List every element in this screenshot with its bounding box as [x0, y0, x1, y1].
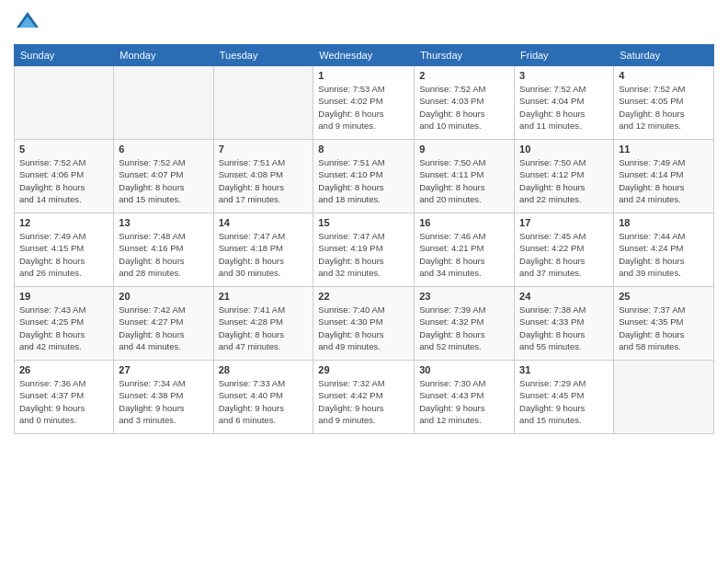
day-number: 8	[318, 144, 409, 155]
day-number: 7	[219, 144, 309, 155]
day-info: Sunrise: 7:53 AM Sunset: 4:02 PM Dayligh…	[318, 83, 409, 132]
day-number: 20	[119, 291, 208, 302]
calendar-week-3: 12Sunrise: 7:49 AM Sunset: 4:15 PM Dayli…	[15, 213, 714, 287]
calendar-cell: 14Sunrise: 7:47 AM Sunset: 4:18 PM Dayli…	[213, 213, 313, 287]
calendar-cell: 17Sunrise: 7:45 AM Sunset: 4:22 PM Dayli…	[515, 213, 614, 287]
day-info: Sunrise: 7:37 AM Sunset: 4:35 PM Dayligh…	[619, 304, 709, 352]
day-number: 25	[619, 291, 709, 302]
calendar-cell	[15, 66, 114, 140]
day-info: Sunrise: 7:52 AM Sunset: 4:05 PM Dayligh…	[619, 83, 709, 132]
calendar-cell: 3Sunrise: 7:52 AM Sunset: 4:04 PM Daylig…	[515, 66, 614, 140]
weekday-header-sunday: Sunday	[15, 45, 114, 66]
day-number: 11	[619, 144, 709, 155]
day-number: 12	[19, 217, 108, 228]
day-number: 28	[219, 364, 309, 375]
day-info: Sunrise: 7:34 AM Sunset: 4:38 PM Dayligh…	[119, 377, 208, 426]
day-info: Sunrise: 7:51 AM Sunset: 4:08 PM Dayligh…	[219, 156, 309, 205]
calendar-cell: 24Sunrise: 7:38 AM Sunset: 4:33 PM Dayli…	[515, 287, 614, 361]
day-number: 18	[619, 217, 709, 228]
day-info: Sunrise: 7:30 AM Sunset: 4:43 PM Dayligh…	[419, 377, 509, 426]
weekday-header-friday: Friday	[515, 45, 614, 66]
calendar-cell: 21Sunrise: 7:41 AM Sunset: 4:28 PM Dayli…	[213, 287, 313, 361]
day-number: 17	[519, 217, 609, 228]
calendar-cell: 8Sunrise: 7:51 AM Sunset: 4:10 PM Daylig…	[313, 140, 415, 213]
day-number: 30	[419, 364, 509, 375]
day-info: Sunrise: 7:44 AM Sunset: 4:24 PM Dayligh…	[619, 230, 709, 279]
logo	[14, 9, 45, 37]
day-number: 9	[419, 144, 509, 155]
weekday-header-tuesday: Tuesday	[213, 45, 313, 66]
day-number: 10	[519, 144, 609, 155]
calendar-cell: 9Sunrise: 7:50 AM Sunset: 4:11 PM Daylig…	[415, 140, 515, 213]
calendar-cell: 4Sunrise: 7:52 AM Sunset: 4:05 PM Daylig…	[614, 66, 714, 140]
weekday-header-wednesday: Wednesday	[313, 45, 415, 66]
calendar-cell: 12Sunrise: 7:49 AM Sunset: 4:15 PM Dayli…	[15, 213, 114, 287]
day-info: Sunrise: 7:43 AM Sunset: 4:25 PM Dayligh…	[19, 304, 108, 352]
calendar-cell: 31Sunrise: 7:29 AM Sunset: 4:45 PM Dayli…	[515, 361, 614, 434]
calendar-cell: 28Sunrise: 7:33 AM Sunset: 4:40 PM Dayli…	[213, 361, 313, 434]
calendar-week-2: 5Sunrise: 7:52 AM Sunset: 4:06 PM Daylig…	[15, 140, 714, 213]
day-info: Sunrise: 7:42 AM Sunset: 4:27 PM Dayligh…	[119, 304, 208, 352]
calendar-cell: 26Sunrise: 7:36 AM Sunset: 4:37 PM Dayli…	[15, 361, 114, 434]
calendar-cell: 2Sunrise: 7:52 AM Sunset: 4:03 PM Daylig…	[415, 66, 515, 140]
calendar-cell: 16Sunrise: 7:46 AM Sunset: 4:21 PM Dayli…	[415, 213, 515, 287]
calendar-cell: 23Sunrise: 7:39 AM Sunset: 4:32 PM Dayli…	[415, 287, 515, 361]
day-info: Sunrise: 7:38 AM Sunset: 4:33 PM Dayligh…	[519, 304, 609, 352]
day-info: Sunrise: 7:49 AM Sunset: 4:15 PM Dayligh…	[19, 230, 108, 279]
day-number: 3	[519, 70, 609, 81]
weekday-header-thursday: Thursday	[415, 45, 515, 66]
header	[14, 9, 714, 37]
day-info: Sunrise: 7:32 AM Sunset: 4:42 PM Dayligh…	[318, 377, 409, 426]
calendar-cell: 11Sunrise: 7:49 AM Sunset: 4:14 PM Dayli…	[614, 140, 714, 213]
logo-icon	[14, 9, 41, 37]
calendar-cell: 15Sunrise: 7:47 AM Sunset: 4:19 PM Dayli…	[313, 213, 415, 287]
day-number: 31	[519, 364, 609, 375]
day-info: Sunrise: 7:52 AM Sunset: 4:07 PM Dayligh…	[119, 156, 208, 205]
day-number: 16	[419, 217, 509, 228]
day-number: 2	[419, 70, 509, 81]
calendar-cell: 6Sunrise: 7:52 AM Sunset: 4:07 PM Daylig…	[114, 140, 213, 213]
day-info: Sunrise: 7:49 AM Sunset: 4:14 PM Dayligh…	[619, 156, 709, 205]
day-number: 1	[318, 70, 409, 81]
day-info: Sunrise: 7:46 AM Sunset: 4:21 PM Dayligh…	[419, 230, 509, 279]
day-number: 26	[19, 364, 108, 375]
day-number: 21	[219, 291, 309, 302]
day-info: Sunrise: 7:50 AM Sunset: 4:12 PM Dayligh…	[519, 156, 609, 205]
calendar-cell: 18Sunrise: 7:44 AM Sunset: 4:24 PM Dayli…	[614, 213, 714, 287]
page: SundayMondayTuesdayWednesdayThursdayFrid…	[0, 0, 728, 563]
calendar-cell: 20Sunrise: 7:42 AM Sunset: 4:27 PM Dayli…	[114, 287, 213, 361]
calendar-cell: 1Sunrise: 7:53 AM Sunset: 4:02 PM Daylig…	[313, 66, 415, 140]
day-info: Sunrise: 7:48 AM Sunset: 4:16 PM Dayligh…	[119, 230, 208, 279]
day-number: 22	[318, 291, 409, 302]
day-info: Sunrise: 7:47 AM Sunset: 4:19 PM Dayligh…	[318, 230, 409, 279]
calendar-cell	[114, 66, 213, 140]
day-number: 13	[119, 217, 208, 228]
day-number: 24	[519, 291, 609, 302]
day-info: Sunrise: 7:52 AM Sunset: 4:04 PM Dayligh…	[519, 83, 609, 132]
calendar-cell: 25Sunrise: 7:37 AM Sunset: 4:35 PM Dayli…	[614, 287, 714, 361]
calendar-table: SundayMondayTuesdayWednesdayThursdayFrid…	[14, 44, 714, 434]
day-info: Sunrise: 7:40 AM Sunset: 4:30 PM Dayligh…	[318, 304, 409, 352]
calendar-cell	[614, 361, 714, 434]
calendar-cell: 5Sunrise: 7:52 AM Sunset: 4:06 PM Daylig…	[15, 140, 114, 213]
day-info: Sunrise: 7:47 AM Sunset: 4:18 PM Dayligh…	[219, 230, 309, 279]
day-info: Sunrise: 7:52 AM Sunset: 4:03 PM Dayligh…	[419, 83, 509, 132]
day-info: Sunrise: 7:39 AM Sunset: 4:32 PM Dayligh…	[419, 304, 509, 352]
calendar-week-5: 26Sunrise: 7:36 AM Sunset: 4:37 PM Dayli…	[15, 361, 714, 434]
calendar-cell: 13Sunrise: 7:48 AM Sunset: 4:16 PM Dayli…	[114, 213, 213, 287]
day-info: Sunrise: 7:52 AM Sunset: 4:06 PM Dayligh…	[19, 156, 108, 205]
calendar-cell: 22Sunrise: 7:40 AM Sunset: 4:30 PM Dayli…	[313, 287, 415, 361]
calendar-cell: 30Sunrise: 7:30 AM Sunset: 4:43 PM Dayli…	[415, 361, 515, 434]
day-number: 14	[219, 217, 309, 228]
day-info: Sunrise: 7:33 AM Sunset: 4:40 PM Dayligh…	[219, 377, 309, 426]
calendar-cell: 7Sunrise: 7:51 AM Sunset: 4:08 PM Daylig…	[213, 140, 313, 213]
day-info: Sunrise: 7:45 AM Sunset: 4:22 PM Dayligh…	[519, 230, 609, 279]
day-number: 5	[19, 144, 108, 155]
weekday-header-monday: Monday	[114, 45, 213, 66]
day-info: Sunrise: 7:36 AM Sunset: 4:37 PM Dayligh…	[19, 377, 108, 426]
day-number: 6	[119, 144, 208, 155]
day-number: 4	[619, 70, 709, 81]
calendar-cell: 19Sunrise: 7:43 AM Sunset: 4:25 PM Dayli…	[15, 287, 114, 361]
calendar-cell	[213, 66, 313, 140]
calendar-cell: 10Sunrise: 7:50 AM Sunset: 4:12 PM Dayli…	[515, 140, 614, 213]
